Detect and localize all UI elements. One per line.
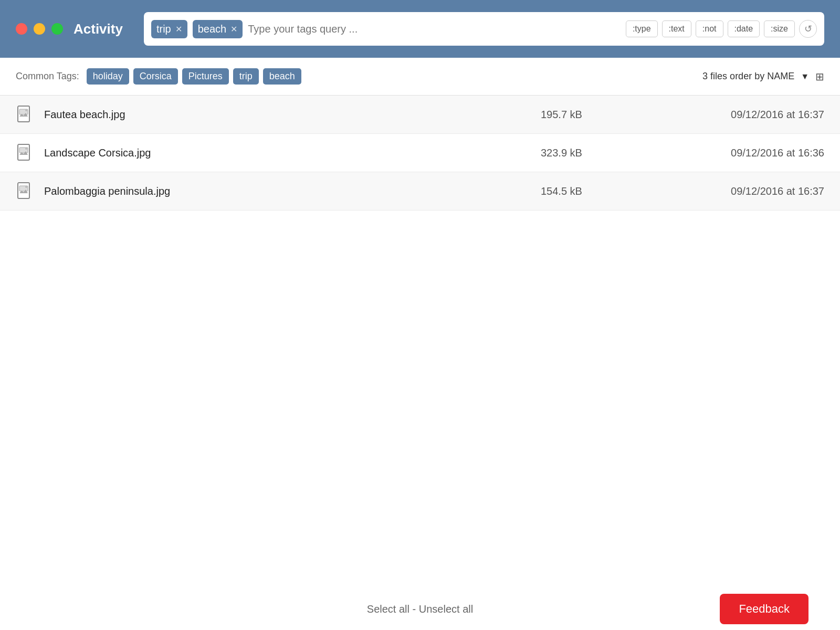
sort-info: 3 files order by NAME ▼ ⊞ [702, 70, 824, 83]
footer: Select all - Unselect all Feedback [0, 588, 840, 630]
footer-separator: - [410, 603, 419, 615]
common-tag-holiday[interactable]: holiday [87, 68, 129, 85]
sort-summary: 3 files order by NAME [702, 71, 794, 82]
filter-not-button[interactable]: :not [696, 20, 723, 37]
common-tag-beach[interactable]: beach [263, 68, 301, 85]
window-controls [16, 23, 63, 35]
tag-trip-close[interactable]: ✕ [175, 24, 182, 34]
filter-text-button[interactable]: :text [662, 20, 691, 37]
filter-type-button[interactable]: :type [626, 20, 658, 37]
tag-chip-beach[interactable]: beach ✕ [193, 20, 243, 38]
file-name: Landscape Corsica.jpg [44, 147, 541, 159]
close-button[interactable] [16, 23, 27, 35]
content-area: Common Tags: holiday Corsica Pictures tr… [0, 58, 840, 211]
file-name: Fautea beach.jpg [44, 109, 541, 121]
common-tag-corsica[interactable]: Corsica [133, 68, 178, 85]
file-icon [16, 182, 35, 201]
unselect-all-link[interactable]: Unselect all [419, 603, 473, 615]
search-filters: :type :text :not :date :size ↺ [626, 20, 817, 38]
table-row[interactable]: Fautea beach.jpg 195.7 kB 09/12/2016 at … [0, 96, 840, 134]
file-size: 154.5 kB [541, 185, 656, 197]
filter-date-button[interactable]: :date [728, 20, 760, 37]
file-size: 195.7 kB [541, 109, 656, 121]
grid-view-icon[interactable]: ⊞ [815, 70, 824, 83]
search-input[interactable] [248, 23, 621, 35]
file-icon [16, 143, 35, 162]
tag-beach-close[interactable]: ✕ [230, 24, 237, 34]
reset-filters-button[interactable]: ↺ [799, 20, 817, 38]
footer-select-text: Select all - Unselect all [367, 603, 473, 615]
tag-trip-label: trip [156, 23, 171, 35]
file-size: 323.9 kB [541, 147, 656, 159]
file-date: 09/12/2016 at 16:36 [656, 147, 824, 159]
svg-point-2 [25, 109, 27, 111]
common-tag-trip[interactable]: trip [233, 68, 259, 85]
minimize-button[interactable] [34, 23, 45, 35]
common-tags-label: Common Tags: [16, 71, 79, 82]
file-list: Fautea beach.jpg 195.7 kB 09/12/2016 at … [0, 96, 840, 211]
common-tag-pictures[interactable]: Pictures [182, 68, 229, 85]
select-all-link[interactable]: Select all [367, 603, 410, 615]
table-row[interactable]: Landscape Corsica.jpg 323.9 kB 09/12/201… [0, 134, 840, 172]
app-title: Activity [74, 21, 123, 37]
table-row[interactable]: Palombaggia peninsula.jpg 154.5 kB 09/12… [0, 172, 840, 211]
filter-size-button[interactable]: :size [764, 20, 795, 37]
file-date: 09/12/2016 at 16:37 [656, 185, 824, 197]
titlebar: Activity trip ✕ beach ✕ :type :text :not… [0, 0, 840, 58]
sort-arrow[interactable]: ▼ [801, 72, 809, 81]
search-bar: trip ✕ beach ✕ :type :text :not :date :s… [144, 12, 824, 46]
file-name: Palombaggia peninsula.jpg [44, 185, 541, 197]
feedback-button[interactable]: Feedback [720, 594, 808, 624]
svg-point-5 [25, 148, 27, 150]
tag-chip-trip[interactable]: trip ✕ [151, 20, 187, 38]
svg-point-8 [25, 186, 27, 188]
maximize-button[interactable] [51, 23, 63, 35]
tag-beach-label: beach [198, 23, 227, 35]
file-date: 09/12/2016 at 16:37 [656, 109, 824, 121]
file-icon [16, 105, 35, 124]
common-tags-row: Common Tags: holiday Corsica Pictures tr… [0, 58, 840, 96]
